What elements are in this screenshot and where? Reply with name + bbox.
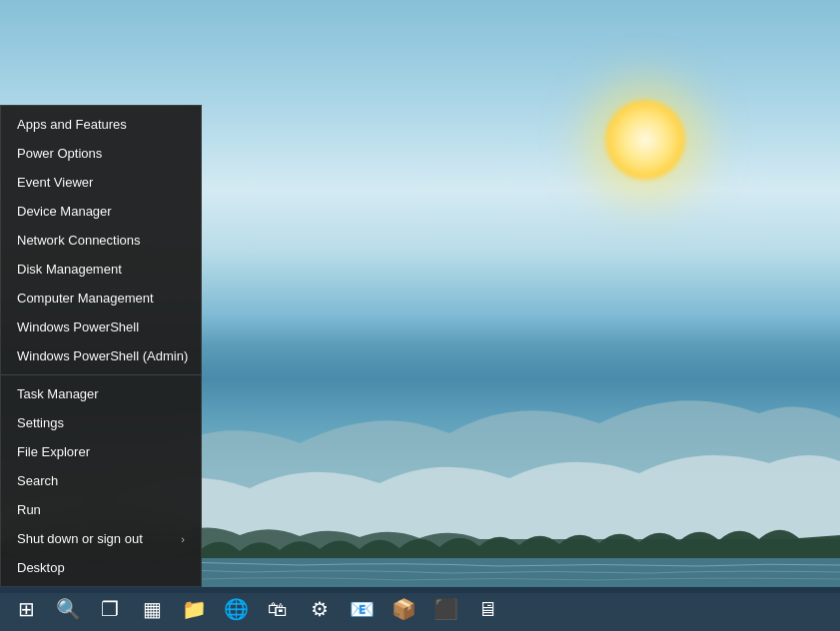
menu-item-label-windows-powershell: Windows PowerShell (17, 319, 139, 334)
menu-item-device-manager[interactable]: Device Manager (1, 197, 201, 226)
menu-item-label-file-explorer: File Explorer (17, 444, 90, 459)
menu-item-search[interactable]: Search (1, 466, 201, 495)
taskbar-icon-search[interactable]: 🔍 (48, 589, 88, 629)
menu-item-label-event-viewer: Event Viewer (17, 175, 93, 190)
sun-decoration (605, 100, 685, 180)
menu-item-windows-powershell[interactable]: Windows PowerShell (1, 313, 201, 341)
taskbar-icon-powershell[interactable]: 🖥 (467, 589, 507, 629)
taskbar-icon-settings2[interactable]: ⚙ (300, 589, 340, 629)
menu-item-label-apps-features: Apps and Features (17, 117, 127, 132)
menu-item-windows-powershell-admin[interactable]: Windows PowerShell (Admin) (1, 341, 201, 370)
menu-item-shut-down[interactable]: Shut down or sign out› (1, 524, 201, 553)
menu-separator (1, 374, 201, 375)
menu-item-label-task-manager: Task Manager (17, 386, 99, 401)
menu-item-label-network-connections: Network Connections (17, 233, 141, 248)
menu-item-label-search: Search (17, 473, 58, 488)
taskbar-icon-store[interactable]: 🛍 (258, 589, 298, 629)
taskbar-icon-file-explorer[interactable]: 📁 (174, 589, 214, 629)
taskbar-icon-start[interactable]: ⊞ (6, 589, 46, 629)
menu-item-file-explorer[interactable]: File Explorer (1, 437, 201, 466)
taskbar-icon-widgets[interactable]: ▦ (132, 589, 172, 629)
menu-item-label-run: Run (17, 502, 41, 517)
menu-item-label-power-options: Power Options (17, 146, 102, 161)
menu-item-network-connections[interactable]: Network Connections (1, 226, 201, 255)
desktop: Apps and FeaturesPower OptionsEvent View… (0, 0, 840, 631)
menu-item-desktop[interactable]: Desktop (1, 553, 201, 582)
menu-item-disk-management[interactable]: Disk Management (1, 255, 201, 284)
menu-item-label-device-manager: Device Manager (17, 204, 112, 219)
menu-item-event-viewer[interactable]: Event Viewer (1, 168, 201, 197)
taskbar-icon-edge[interactable]: 🌐 (216, 589, 256, 629)
menu-item-label-shut-down: Shut down or sign out (17, 531, 143, 546)
taskbar-icon-task-view[interactable]: ❐ (90, 589, 130, 629)
menu-item-apps-features[interactable]: Apps and Features (1, 110, 201, 139)
menu-item-run[interactable]: Run (1, 495, 201, 524)
menu-item-power-options[interactable]: Power Options (1, 139, 201, 168)
menu-item-label-computer-management: Computer Management (17, 291, 154, 306)
menu-item-arrow-shut-down: › (181, 533, 185, 545)
menu-item-label-desktop: Desktop (17, 560, 65, 575)
taskbar: ⊞🔍❐▦📁🌐🛍⚙📧📦⬛🖥 (0, 587, 840, 631)
menu-item-label-settings: Settings (17, 415, 64, 430)
menu-item-task-manager[interactable]: Task Manager (1, 379, 201, 408)
menu-item-label-disk-management: Disk Management (17, 262, 122, 277)
menu-item-settings[interactable]: Settings (1, 408, 201, 437)
menu-item-computer-management[interactable]: Computer Management (1, 284, 201, 313)
taskbar-icon-app1[interactable]: 📦 (384, 589, 423, 629)
taskbar-icon-terminal[interactable]: ⬛ (425, 589, 465, 629)
context-menu: Apps and FeaturesPower OptionsEvent View… (0, 105, 202, 587)
taskbar-icon-mail[interactable]: 📧 (342, 589, 382, 629)
menu-item-label-windows-powershell-admin: Windows PowerShell (Admin) (17, 348, 188, 363)
